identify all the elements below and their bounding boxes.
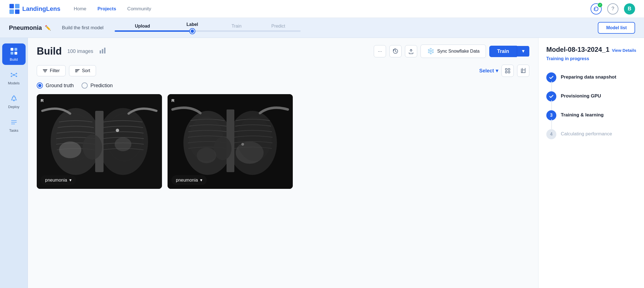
svg-rect-23 <box>104 48 105 53</box>
step-label: Label <box>168 22 217 34</box>
sidebar-deploy-label: Deploy <box>8 105 19 109</box>
step-4-num: 4 <box>550 132 553 137</box>
svg-rect-2 <box>9 9 14 14</box>
training-step-list: Preparing data snapshot Provisioning GPU… <box>546 68 636 144</box>
tasks-icon <box>9 118 18 127</box>
svg-rect-34 <box>508 71 510 73</box>
image-label-2[interactable]: pneumonia ▾ <box>171 175 207 185</box>
training-status: Training in progress <box>546 56 636 61</box>
train-button-group: Train ▼ <box>489 46 529 57</box>
avatar[interactable]: B <box>624 3 635 14</box>
sync-snowflake-button[interactable]: ❄️ Sync Snowflake Data <box>421 45 486 58</box>
logo[interactable]: LandingLens <box>9 3 60 14</box>
filter-label: Filter <box>50 68 60 73</box>
model-name: Model-08-13-2024_1 <box>546 46 609 53</box>
svg-rect-3 <box>15 9 19 14</box>
step-label-label: Label <box>186 22 198 27</box>
edit-project-icon[interactable]: ✏️ <box>45 25 51 31</box>
nav-home[interactable]: Home <box>74 6 86 12</box>
image-card-2[interactable]: R pneumonia ▾ <box>168 94 293 189</box>
crop-view-button[interactable] <box>517 65 529 77</box>
step-2-circle <box>546 91 556 101</box>
view-toggle: Ground truth Prediction <box>37 82 529 89</box>
svg-rect-4 <box>11 48 13 51</box>
svg-rect-22 <box>102 49 103 53</box>
svg-point-42 <box>115 137 131 151</box>
label-text-1: pneumonia <box>45 178 67 183</box>
svg-point-54 <box>189 116 223 161</box>
svg-point-17 <box>13 100 14 101</box>
nav-projects[interactable]: Projects <box>97 6 116 12</box>
prediction-radio-circle <box>82 82 88 89</box>
top-nav: LandingLens Home Projects Community ✓ ? … <box>0 0 644 18</box>
svg-point-55 <box>237 116 272 161</box>
image-count: 100 images <box>67 48 93 54</box>
header-actions: ··· ❄️ Sync S <box>374 45 529 58</box>
crop-view-icon <box>520 68 526 74</box>
nav-right: ✓ ? B <box>591 3 635 14</box>
sort-button[interactable]: Sort <box>69 65 96 76</box>
step-3-num: 3 <box>550 113 553 118</box>
svg-rect-21 <box>100 50 101 53</box>
sidebar-build-label: Build <box>10 57 18 62</box>
label-dropdown-icon-2: ▾ <box>200 177 202 183</box>
select-button[interactable]: Select ▾ <box>479 68 498 74</box>
ground-truth-label: Ground truth <box>46 83 74 89</box>
training-step-3: 3 Training & learning <box>546 106 636 125</box>
sidebar-item-models[interactable]: Models <box>2 67 26 89</box>
step-4-text: Calculating performance <box>561 129 612 137</box>
step-predict: Predict <box>256 24 301 32</box>
step-1-circle <box>546 72 556 82</box>
svg-rect-7 <box>14 52 17 55</box>
build-icon <box>9 47 18 56</box>
train-dropdown-arrow[interactable]: ▼ <box>517 46 529 57</box>
sort-icon <box>75 68 80 73</box>
models-icon <box>9 70 18 79</box>
label-dropdown-icon-1: ▾ <box>69 177 72 183</box>
help-button[interactable]: ? <box>607 3 618 14</box>
sort-label: Sort <box>82 68 90 73</box>
sidebar: Build Models <box>0 38 28 288</box>
ground-truth-radio[interactable]: Ground truth <box>37 82 74 89</box>
step-4-circle: 4 <box>546 129 556 139</box>
right-panel: Model-08-13-2024_1 View Details Training… <box>538 38 644 288</box>
prediction-radio[interactable]: Prediction <box>82 82 113 89</box>
checkmark-icon <box>549 75 554 80</box>
sync-snowflake-label: Sync Snowflake Data <box>437 49 480 54</box>
sidebar-item-tasks[interactable]: Tasks <box>2 114 26 136</box>
image-label-1[interactable]: pneumonia ▾ <box>41 175 76 185</box>
train-button[interactable]: Train <box>489 46 517 57</box>
filter-button[interactable]: Filter <box>37 65 66 76</box>
pipeline-label: Build the first model <box>62 25 104 31</box>
step-3-circle: 3 <box>546 110 556 120</box>
label-text-2: pneumonia <box>176 178 198 183</box>
model-list-button[interactable]: Model list <box>598 22 635 34</box>
select-chevron-icon: ▾ <box>496 68 498 74</box>
upload-button[interactable] <box>405 45 417 57</box>
sidebar-item-deploy[interactable]: Deploy <box>2 91 26 112</box>
chart-icon[interactable] <box>99 47 107 56</box>
r-badge-2: R <box>171 98 174 103</box>
step-train-label: Train <box>232 24 242 29</box>
step-train: Train <box>214 24 259 32</box>
main-layout: Build Models <box>0 38 644 288</box>
image-card[interactable]: R pneumonia ▾ <box>37 94 162 189</box>
history-button[interactable] <box>389 45 402 57</box>
more-options-button[interactable]: ··· <box>374 45 386 57</box>
sidebar-item-build[interactable]: Build <box>2 43 26 65</box>
snowflake-icon: ❄️ <box>427 48 434 55</box>
sidebar-models-label: Models <box>8 81 20 85</box>
svg-rect-35 <box>522 70 525 73</box>
checkmark-icon-2 <box>549 94 554 99</box>
bounding-box-view-button[interactable] <box>502 65 514 77</box>
logo-icon <box>9 3 20 14</box>
prediction-label: Prediction <box>90 83 113 89</box>
step-2-text: Provisioning GPU <box>561 91 601 99</box>
r-badge-1: R <box>41 98 44 103</box>
svg-point-41 <box>59 141 81 158</box>
pipeline-steps: Upload Label Train Predict <box>115 22 598 34</box>
nav-community[interactable]: Community <box>127 6 151 12</box>
view-details-link[interactable]: View Details <box>612 48 636 53</box>
sync-button[interactable]: ✓ <box>591 3 602 14</box>
select-label: Select <box>479 68 494 74</box>
